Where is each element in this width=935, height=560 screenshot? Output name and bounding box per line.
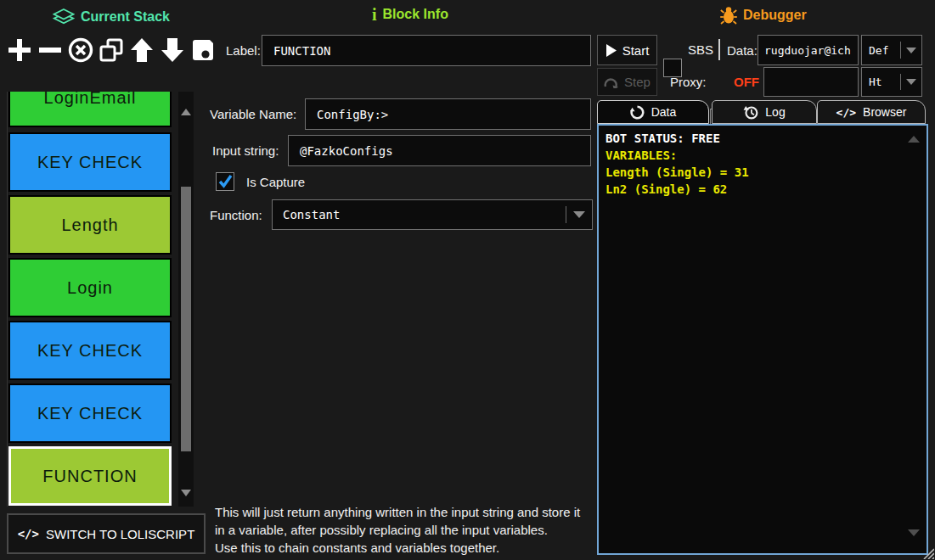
input-string-label: Input string: <box>212 143 279 158</box>
proxy-input[interactable] <box>763 67 859 97</box>
save-icon <box>189 36 217 64</box>
check-icon <box>216 171 234 190</box>
proxy-type-dropdown[interactable]: Ht <box>861 67 922 97</box>
label-field-label: Label: <box>226 43 261 58</box>
stack-block-keycheck-2[interactable]: KEY CHECK <box>8 321 172 380</box>
refresh-icon <box>630 105 645 120</box>
add-icon <box>6 36 33 64</box>
block-info-title: Block Info <box>383 7 448 22</box>
tab-data[interactable]: Data <box>597 100 709 124</box>
clone-icon <box>98 36 125 64</box>
config-editor-window: Current Stack i Block Info Debugger <box>0 0 935 560</box>
tab-browser[interactable]: </> Browser <box>817 100 926 124</box>
add-block-button[interactable] <box>5 34 34 66</box>
is-capture-checkbox[interactable] <box>216 172 234 191</box>
move-up-button[interactable] <box>127 34 156 66</box>
function-label: Function: <box>210 208 262 222</box>
move-up-icon <box>129 36 155 64</box>
variable-name-input[interactable]: ConfigBy:> <box>305 98 591 130</box>
chevron-down-icon <box>566 211 592 218</box>
debugger-title: Debugger <box>743 8 807 23</box>
stack-block-keycheck-3[interactable]: KEY CHECK <box>8 384 172 443</box>
stack-block-function-selected[interactable]: FUNCTION <box>8 446 172 506</box>
function-dropdown[interactable]: Constant <box>272 199 593 230</box>
description-line: in a variable, after possibly replacing … <box>215 521 594 539</box>
stack-toolbar <box>5 34 217 66</box>
history-icon <box>743 105 758 120</box>
stack-block-length[interactable]: Length <box>8 195 172 255</box>
variable-name-label: Variable Name: <box>210 107 296 121</box>
proxy-label: Proxy: <box>670 75 707 89</box>
sbs-label: SBS <box>688 42 713 57</box>
step-button-label: Step <box>624 75 651 89</box>
switch-to-loliscript-button[interactable]: </> SWITCH TO LOLISCRIPT <box>7 513 206 554</box>
move-down-icon <box>160 36 185 64</box>
divider <box>718 39 720 60</box>
stack-icon <box>53 7 75 27</box>
data-input[interactable]: rugduojar@ich <box>758 35 859 65</box>
step-button[interactable]: Step <box>597 68 657 96</box>
remove-icon <box>37 36 64 64</box>
play-icon <box>605 44 617 57</box>
delete-block-button[interactable] <box>66 34 95 66</box>
description-line: Use this to chain constants and variable… <box>215 539 594 557</box>
block-info-header: i Block Info <box>372 7 448 22</box>
tab-log-label: Log <box>765 105 785 119</box>
info-icon: i <box>372 7 377 22</box>
move-down-button[interactable] <box>158 34 187 66</box>
start-button-label: Start <box>622 43 650 58</box>
is-capture-label: Is Capture <box>246 175 305 189</box>
output-line-ln2: Ln2 (Single) = 62 <box>605 181 920 198</box>
block-description: This will just return anything written i… <box>215 503 594 557</box>
debugger-output[interactable]: BOT STATUS: FREE VARIABLES: Length (Sing… <box>597 124 928 555</box>
code-icon: </> <box>18 527 39 540</box>
scroll-down-icon[interactable] <box>181 490 191 496</box>
description-line: This will just return anything written i… <box>215 503 594 521</box>
code-icon: </> <box>836 106 856 119</box>
scroll-up-icon[interactable] <box>181 109 191 115</box>
step-icon <box>604 76 618 88</box>
stack-block-login[interactable]: Login <box>8 258 172 317</box>
stack-block-keycheck-1[interactable]: KEY CHECK <box>8 132 172 192</box>
start-button[interactable]: Start <box>597 35 657 65</box>
input-string-input[interactable]: @FazkoConfigs <box>288 135 591 166</box>
current-stack-header: Current Stack <box>53 7 170 27</box>
tab-browser-label: Browser <box>863 105 906 119</box>
delete-icon <box>67 36 94 64</box>
chevron-down-icon <box>901 48 921 53</box>
tab-data-label: Data <box>651 105 677 119</box>
tab-log[interactable]: Log <box>712 100 817 124</box>
debugger-header: Debugger <box>720 6 807 25</box>
stack-scrollbar-thumb[interactable] <box>181 187 191 451</box>
label-input[interactable]: FUNCTION <box>262 35 591 66</box>
stack-block-loginemail[interactable]: LoginEmail <box>8 92 172 127</box>
output-line-variables: VARIABLES: <box>605 147 920 164</box>
stack-list: LoginEmail KEY CHECK Length Login KEY CH… <box>7 92 172 507</box>
wordlist-type-dropdown[interactable]: Def <box>861 35 922 65</box>
stack-scrollbar[interactable] <box>178 92 194 507</box>
wordlist-type-value: Def <box>862 44 900 57</box>
save-button[interactable] <box>189 34 217 66</box>
output-line-length: Length (Single) = 31 <box>605 164 920 181</box>
chevron-down-icon <box>901 79 921 85</box>
proxy-type-value: Ht <box>862 76 900 88</box>
output-line-bot-status: BOT STATUS: FREE <box>605 130 920 147</box>
bug-icon <box>720 6 737 25</box>
output-scroll-down-icon[interactable] <box>908 529 920 536</box>
clone-block-button[interactable] <box>97 34 126 66</box>
data-label: Data: <box>727 43 758 58</box>
function-dropdown-value: Constant <box>273 208 566 221</box>
proxy-status: OFF <box>734 75 759 89</box>
current-stack-title: Current Stack <box>81 9 170 25</box>
switch-button-label: SWITCH TO LOLISCRIPT <box>46 527 194 541</box>
remove-block-button[interactable] <box>36 34 65 66</box>
resize-grip[interactable] <box>922 547 934 559</box>
output-scroll-up-icon[interactable] <box>908 136 920 143</box>
